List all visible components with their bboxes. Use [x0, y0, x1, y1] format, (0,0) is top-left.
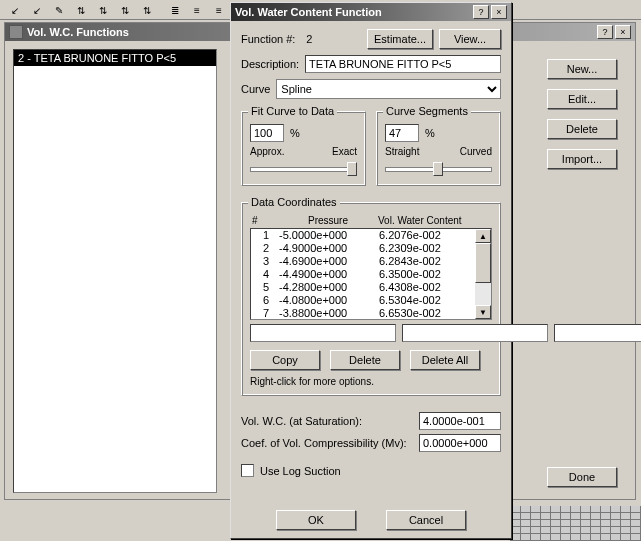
tool-icon[interactable]: ✎	[48, 2, 70, 18]
mv-field[interactable]	[419, 434, 501, 452]
percent-label: %	[425, 127, 435, 139]
percent-label: %	[290, 127, 300, 139]
data-header: # Pressure Vol. Water Content	[250, 215, 492, 226]
saturation-label: Vol. W.C. (at Saturation):	[241, 415, 362, 427]
data-row[interactable]: 4-4.4900e+0006.3500e-002	[251, 268, 475, 281]
delete-button[interactable]: Delete	[547, 119, 617, 139]
seg-right-label: Curved	[460, 146, 492, 157]
func-num-label: Function #:	[241, 33, 295, 45]
description-field[interactable]	[305, 55, 501, 73]
scroll-down-icon[interactable]: ▼	[475, 305, 491, 319]
mv-label: Coef. of Vol. Compressibility (Mv):	[241, 437, 407, 449]
seg-left-label: Straight	[385, 146, 419, 157]
copy-button[interactable]: Copy	[250, 350, 320, 370]
estimate-button[interactable]: Estimate...	[367, 29, 433, 49]
help-button[interactable]: ?	[473, 5, 489, 19]
entry-vwc-field[interactable]	[554, 324, 641, 342]
data-row[interactable]: 7-3.8800e+0006.6530e-002	[251, 307, 475, 319]
fit-groupbox: Fit Curve to Data % Approx. Exact	[241, 111, 366, 186]
scrollbar-thumb[interactable]	[475, 243, 491, 283]
ok-button[interactable]: OK	[276, 510, 356, 530]
tool-icon[interactable]: ↙	[4, 2, 26, 18]
dialog-titlebar: Vol. Water Content Function ? ×	[231, 3, 511, 21]
tool-icon[interactable]: ⇅	[136, 2, 158, 18]
fit-value-field[interactable]	[250, 124, 284, 142]
vertical-scrollbar[interactable]: ▲ ▼	[475, 229, 491, 319]
segments-legend: Curve Segments	[383, 105, 471, 117]
scroll-up-icon[interactable]: ▲	[475, 229, 491, 243]
slider-thumb[interactable]	[347, 162, 357, 176]
curve-select[interactable]: Spline	[276, 79, 501, 99]
cancel-button[interactable]: Cancel	[386, 510, 466, 530]
tool-icon[interactable]: ⇅	[114, 2, 136, 18]
edit-button[interactable]: Edit...	[547, 89, 617, 109]
tool-icon[interactable]: ⇅	[92, 2, 114, 18]
data-list[interactable]: 1-5.0000e+0006.2076e-0022-4.9000e+0006.2…	[250, 228, 492, 320]
seg-value-field[interactable]	[385, 124, 419, 142]
new-button[interactable]: New...	[547, 59, 617, 79]
done-button[interactable]: Done	[547, 467, 617, 487]
description-label: Description:	[241, 58, 299, 70]
data-coords-legend: Data Coordinates	[248, 196, 340, 208]
right-click-hint: Right-click for more options.	[250, 376, 492, 387]
fit-slider[interactable]	[250, 159, 357, 177]
tool-icon[interactable]: ≡	[208, 2, 230, 18]
use-log-checkbox[interactable]	[241, 464, 254, 477]
hdr-vwc: Vol. Water Content	[378, 215, 488, 226]
data-row[interactable]: 6-4.0800e+0006.5304e-002	[251, 294, 475, 307]
data-row[interactable]: 2-4.9000e+0006.2309e-002	[251, 242, 475, 255]
help-button[interactable]: ?	[597, 25, 613, 39]
tool-icon[interactable]: ⇅	[70, 2, 92, 18]
background-pattern	[510, 506, 641, 541]
hdr-pressure: Pressure	[278, 215, 378, 226]
view-button[interactable]: View...	[439, 29, 501, 49]
data-row[interactable]: 1-5.0000e+0006.2076e-002	[251, 229, 475, 242]
delete-coord-button[interactable]: Delete	[330, 350, 400, 370]
func-num-value: 2	[301, 33, 317, 45]
delete-all-button[interactable]: Delete All	[410, 350, 480, 370]
tool-icon[interactable]: ↙	[26, 2, 48, 18]
close-button[interactable]: ×	[491, 5, 507, 19]
close-button[interactable]: ×	[615, 25, 631, 39]
window-icon	[9, 25, 23, 39]
data-row[interactable]: 3-4.6900e+0006.2843e-002	[251, 255, 475, 268]
wc-function-dialog: Vol. Water Content Function ? × Function…	[230, 2, 512, 539]
curve-label: Curve	[241, 83, 270, 95]
segments-groupbox: Curve Segments % Straight Curved	[376, 111, 501, 186]
import-button[interactable]: Import...	[547, 149, 617, 169]
functions-list[interactable]: 2 - TETA BRUNONE FITTO P<5	[13, 49, 217, 493]
list-item[interactable]: 2 - TETA BRUNONE FITTO P<5	[14, 50, 216, 66]
data-coordinates-groupbox: Data Coordinates # Pressure Vol. Water C…	[241, 202, 501, 396]
tool-icon[interactable]: ≣	[164, 2, 186, 18]
fit-right-label: Exact	[332, 146, 357, 157]
use-log-label: Use Log Suction	[260, 465, 341, 477]
saturation-field[interactable]	[419, 412, 501, 430]
dialog-title: Vol. Water Content Function	[235, 6, 469, 18]
tool-icon[interactable]: ≡	[186, 2, 208, 18]
hdr-num: #	[252, 215, 278, 226]
entry-pressure-field[interactable]	[402, 324, 548, 342]
slider-thumb[interactable]	[433, 162, 443, 176]
seg-slider[interactable]	[385, 159, 492, 177]
fit-left-label: Approx.	[250, 146, 284, 157]
data-row[interactable]: 5-4.2800e+0006.4308e-002	[251, 281, 475, 294]
entry-num-field[interactable]	[250, 324, 396, 342]
fit-legend: Fit Curve to Data	[248, 105, 337, 117]
